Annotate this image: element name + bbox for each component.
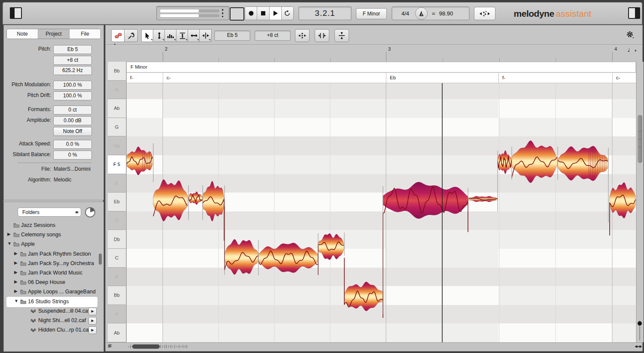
note-blob-Bb4[interactable] xyxy=(344,282,383,311)
editor-settings-button[interactable] xyxy=(626,30,635,39)
play-button[interactable] xyxy=(270,7,282,20)
pitch-ruler-cell[interactable]: Gb xyxy=(108,136,126,155)
vertical-scrollbar[interactable] xyxy=(636,62,644,342)
pitch-ruler-cell[interactable]: Eb xyxy=(108,193,126,211)
preview-play-button[interactable]: ▶ xyxy=(88,317,97,325)
folder-item[interactable]: ▶Jam Pack Sy...ny Orchestra xyxy=(4,259,103,269)
disclosure-triangle[interactable]: ▶ xyxy=(14,279,18,284)
pie-progress-icon[interactable] xyxy=(85,207,96,218)
note-off-button[interactable]: Note Off xyxy=(53,127,92,136)
chord-segment[interactable]: c- xyxy=(612,73,636,83)
note-assignment-button[interactable] xyxy=(474,7,495,20)
folder-item[interactable]: ▶Jam Pack World Music xyxy=(4,269,103,278)
note-blob-Eb5[interactable] xyxy=(153,180,188,221)
formant-tool-button[interactable] xyxy=(164,29,177,42)
tab-note[interactable]: Note xyxy=(7,29,38,39)
folder-item[interactable]: ▶Celemony songs xyxy=(4,230,103,240)
note-blob-Eb5[interactable] xyxy=(610,182,635,218)
pitch-ruler-cell[interactable]: Ab xyxy=(108,323,126,342)
record-button[interactable] xyxy=(245,7,257,20)
main-tool-button[interactable] xyxy=(111,29,125,42)
level-macro-button[interactable] xyxy=(334,29,349,42)
timing-tool-button[interactable] xyxy=(188,29,200,42)
double-sharp-icon[interactable]: ♯♯ xyxy=(108,343,111,348)
pitch-ruler-cell[interactable]: Db xyxy=(108,230,126,249)
folder-item[interactable]: ▶Jam Pack Rhythm Section xyxy=(4,250,103,259)
note-blob-Eb5[interactable] xyxy=(188,192,202,205)
folder-item[interactable]: ▶Apple Loops ... GarageBand xyxy=(4,287,103,297)
chord-segment[interactable]: f- xyxy=(126,73,163,83)
pitch-ruler-cell[interactable]: A xyxy=(108,305,126,324)
folder-item[interactable]: ▼Apple xyxy=(4,240,103,249)
note-blob-Db5[interactable] xyxy=(318,234,344,260)
cycle-button[interactable] xyxy=(282,7,293,20)
chord-track[interactable]: f-c-Ebf-c- xyxy=(126,72,636,83)
disclosure-triangle[interactable]: ▶ xyxy=(14,289,18,293)
field-value-box[interactable]: 0 % xyxy=(53,151,92,160)
bar-ruler[interactable]: 234 xyxy=(108,45,642,62)
pitch-ruler[interactable]: BbAAbGGbF 5EEbDDbCBBbAAb xyxy=(108,62,127,342)
correct-pitch-macro-button[interactable] xyxy=(295,29,310,42)
pitch-ruler-cell[interactable]: A xyxy=(108,81,126,100)
pitch-ruler-cell[interactable]: G xyxy=(108,118,126,137)
folder-item[interactable]: ▼16 Studio Strings xyxy=(4,297,103,307)
disclosure-triangle[interactable]: ▼ xyxy=(7,241,12,246)
pitch-ruler-cell[interactable]: Bb xyxy=(108,286,126,305)
file-item[interactable]: Hidden Clu...rp 01.caf▶ xyxy=(4,326,103,335)
browser-mode-dropdown[interactable]: Folders xyxy=(18,208,81,217)
browser-scrollbar-thumb[interactable] xyxy=(99,253,102,265)
pitch-ruler-cell[interactable]: D xyxy=(108,211,126,230)
chord-segment[interactable]: Eb xyxy=(386,73,498,83)
note-blob-C5[interactable] xyxy=(258,243,318,272)
disclosure-triangle[interactable]: ▶ xyxy=(7,232,11,236)
disclosure-triangle[interactable]: ▶ xyxy=(14,270,18,275)
stop-button[interactable] xyxy=(257,7,269,20)
left-panel-toggle-icon[interactable] xyxy=(10,7,22,19)
tab-project[interactable]: Project xyxy=(38,29,70,39)
horizontal-zoom-control[interactable] xyxy=(635,343,642,350)
note-separation-tool-button[interactable] xyxy=(199,29,212,42)
disclosure-triangle[interactable]: ▼ xyxy=(14,299,18,303)
field-value-box[interactable]: 0 ct xyxy=(53,106,92,115)
tempo-value[interactable]: 98.90 xyxy=(439,10,453,17)
quantize-time-macro-button[interactable] xyxy=(315,29,329,42)
chord-segment[interactable]: c- xyxy=(163,73,386,83)
pitch-ruler-cell[interactable]: B xyxy=(108,268,126,287)
pointer-tool-button[interactable] xyxy=(141,29,154,42)
disclosure-triangle[interactable]: ▶ xyxy=(14,251,18,256)
pitch-ruler-cell[interactable]: E xyxy=(108,174,126,193)
file-item[interactable]: Night Shi...ell 02.caf▶ xyxy=(4,316,103,326)
field-value-box[interactable]: +8 ct xyxy=(53,56,92,65)
preview-play-button[interactable]: ▶ xyxy=(88,326,97,334)
key-track[interactable]: F Minor xyxy=(126,62,636,72)
time-signature[interactable]: 4/4 xyxy=(401,10,409,17)
vertical-scrollbar-thumb[interactable] xyxy=(638,115,642,163)
note-blob-C5[interactable] xyxy=(225,239,258,275)
key-button[interactable]: F Minor xyxy=(356,8,387,19)
file-item[interactable]: Suspended...ill 04.caf▶ xyxy=(4,307,103,316)
disclosure-triangle[interactable]: ▶ xyxy=(14,260,18,265)
metronome-icon[interactable] xyxy=(415,7,428,20)
note-assignment-tool-button[interactable] xyxy=(124,29,138,42)
field-value-box[interactable]: 625.2 Hz xyxy=(53,66,92,75)
folder-item[interactable]: Jazz Sessions xyxy=(4,221,103,230)
note-blob-Eb5[interactable] xyxy=(383,182,468,219)
horizontal-scroll-area[interactable]: ♯♯ xyxy=(106,342,642,351)
pitch-tool-button[interactable] xyxy=(153,29,165,42)
pitch-ruler-cell[interactable]: F 5 xyxy=(108,155,126,174)
field-value-box[interactable]: 100.0 % xyxy=(53,91,92,100)
pitch-ruler-cell[interactable]: Ab xyxy=(108,99,126,118)
tempo-box[interactable]: 4/4 = 98.90 xyxy=(392,6,470,20)
field-value-box[interactable]: 0.0 % xyxy=(53,140,92,149)
amplitude-tool-button[interactable] xyxy=(176,29,188,42)
preview-play-button[interactable]: ▶ xyxy=(88,308,97,315)
field-value-box[interactable]: Eb 5 xyxy=(53,45,92,54)
field-value-box[interactable]: 0.00 dB xyxy=(53,116,92,125)
vertical-zoom-slider[interactable] xyxy=(639,320,640,340)
toolbar-cents-display[interactable]: +8 ct xyxy=(255,30,291,41)
note-value-selector[interactable]: ♩▾ xyxy=(627,45,637,54)
pitch-ruler-cell[interactable]: C xyxy=(108,249,126,268)
pitch-ruler-cell[interactable]: Bb xyxy=(108,62,126,81)
field-value-box[interactable]: 100.0 % xyxy=(53,81,92,90)
tab-file[interactable]: File xyxy=(70,29,100,39)
